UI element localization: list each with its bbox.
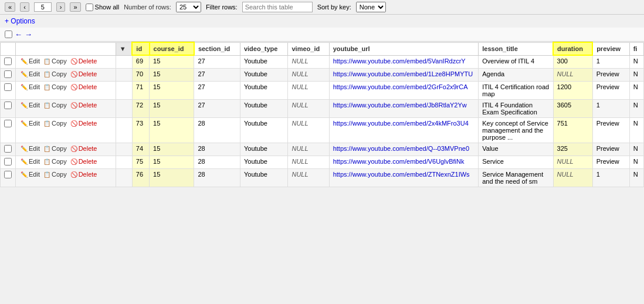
delete-button[interactable]: Delete: [69, 102, 99, 109]
nav-prev-button[interactable]: ‹: [20, 2, 29, 12]
row-lesson-title: Value: [479, 143, 553, 156]
edit-button[interactable]: Edit: [19, 102, 41, 109]
delete-button[interactable]: Delete: [69, 158, 99, 165]
col-lesson-title[interactable]: lesson_title: [479, 42, 553, 55]
row-actions-cell: Edit Copy Delete: [16, 117, 116, 143]
copy-button[interactable]: Copy: [42, 145, 68, 152]
row-duration: 1200: [553, 81, 592, 99]
filter-rows-label: Filter rows:: [206, 4, 238, 11]
copy-icon: [43, 83, 50, 90]
col-youtube-url[interactable]: youtube_url: [329, 42, 479, 55]
top-controls: « ‹ › » Show all Number of rows: 25 50 1…: [0, 0, 644, 15]
copy-icon: [43, 102, 50, 109]
row-course-id: 15: [150, 156, 194, 168]
col-fi[interactable]: fi: [629, 42, 643, 55]
row-dropdown-cell: [116, 81, 132, 99]
delete-button[interactable]: Delete: [69, 145, 99, 152]
col-preview[interactable]: preview: [592, 42, 629, 55]
delete-button[interactable]: Delete: [69, 171, 99, 178]
copy-button[interactable]: Copy: [42, 120, 68, 127]
delete-icon: [70, 158, 77, 165]
row-checkbox[interactable]: [4, 102, 12, 109]
edit-button[interactable]: Edit: [19, 171, 41, 178]
row-checkbox[interactable]: [4, 171, 12, 178]
edit-button[interactable]: Edit: [19, 158, 41, 165]
delete-icon: [70, 171, 77, 178]
edit-button[interactable]: Edit: [19, 83, 41, 90]
col-dropdown[interactable]: ▼: [116, 42, 132, 55]
pencil-icon: [21, 171, 28, 178]
copy-button[interactable]: Copy: [42, 158, 68, 165]
pencil-icon: [21, 83, 28, 90]
row-course-id: 15: [150, 55, 194, 68]
row-actions-cell: Edit Copy Delete: [16, 68, 116, 81]
row-video-type: Youtube: [240, 81, 288, 99]
row-checkbox-cell: [1, 156, 16, 168]
row-checkbox[interactable]: [4, 70, 12, 78]
copy-icon: [43, 158, 50, 165]
row-id: 74: [132, 143, 149, 156]
col-duration[interactable]: duration: [553, 42, 592, 55]
row-course-id: 15: [150, 117, 194, 143]
nav-last-button[interactable]: »: [70, 2, 80, 12]
row-fi: N: [629, 99, 643, 117]
row-lesson-title: Service Management and the need of sm: [479, 168, 553, 187]
delete-button[interactable]: Delete: [69, 70, 99, 77]
copy-button[interactable]: Copy: [42, 83, 68, 90]
col-actions: [16, 42, 116, 55]
col-id[interactable]: id: [132, 42, 149, 55]
row-fi: N: [629, 81, 643, 99]
arrow-right-icon[interactable]: →: [25, 30, 32, 39]
row-vimeo-id: NULL: [288, 81, 329, 99]
row-checkbox[interactable]: [4, 58, 12, 65]
delete-button[interactable]: Delete: [69, 120, 99, 127]
copy-button[interactable]: Copy: [42, 58, 68, 65]
pencil-icon: [21, 70, 28, 77]
arrow-left-icon[interactable]: ←: [15, 30, 22, 39]
row-youtube-url: https://www.youtube.com/embed/2x4kMFro3U…: [329, 117, 479, 143]
row-course-id: 15: [150, 68, 194, 81]
row-video-type: Youtube: [240, 156, 288, 168]
row-id: 70: [132, 68, 149, 81]
copy-button[interactable]: Copy: [42, 70, 68, 77]
col-course-id[interactable]: course_id: [150, 42, 194, 55]
col-video-type[interactable]: video_type: [240, 42, 288, 55]
row-checkbox[interactable]: [4, 120, 12, 127]
options-bar[interactable]: + Options: [0, 15, 644, 28]
row-vimeo-id: NULL: [288, 55, 329, 68]
row-duration: NULL: [553, 168, 592, 187]
edit-button[interactable]: Edit: [19, 120, 41, 127]
delete-button[interactable]: Delete: [69, 83, 99, 90]
row-duration: 300: [553, 55, 592, 68]
pencil-icon: [21, 145, 28, 152]
row-fi: N: [629, 143, 643, 156]
row-section-id: 28: [194, 156, 240, 168]
delete-button[interactable]: Delete: [69, 58, 99, 65]
row-actions-cell: Edit Copy Delete: [16, 81, 116, 99]
nav-first-button[interactable]: «: [5, 2, 15, 12]
edit-button[interactable]: Edit: [19, 58, 41, 65]
edit-button[interactable]: Edit: [19, 70, 41, 77]
search-input[interactable]: [242, 2, 313, 12]
copy-button[interactable]: Copy: [42, 171, 68, 178]
select-all-checkbox[interactable]: [5, 31, 12, 38]
row-course-id: 15: [150, 168, 194, 187]
copy-button[interactable]: Copy: [42, 102, 68, 109]
row-checkbox[interactable]: [4, 83, 12, 91]
nav-next-button[interactable]: ›: [56, 2, 66, 12]
row-checkbox[interactable]: [4, 158, 12, 165]
row-section-id: 28: [194, 143, 240, 156]
row-video-type: Youtube: [240, 55, 288, 68]
copy-icon: [43, 58, 50, 65]
row-lesson-title: ITIL 4 Certification road map: [479, 81, 553, 99]
col-section-id[interactable]: section_id: [194, 42, 240, 55]
rows-per-page-select[interactable]: 25 50 100: [176, 2, 201, 12]
row-checkbox[interactable]: [4, 145, 12, 153]
col-vimeo-id[interactable]: vimeo_id: [288, 42, 329, 55]
page-number-input[interactable]: [34, 2, 52, 12]
row-fi: N: [629, 156, 643, 168]
show-all-checkbox[interactable]: [86, 4, 93, 11]
sort-by-select[interactable]: None: [356, 2, 386, 12]
copy-icon: [43, 171, 50, 178]
edit-button[interactable]: Edit: [19, 145, 41, 152]
